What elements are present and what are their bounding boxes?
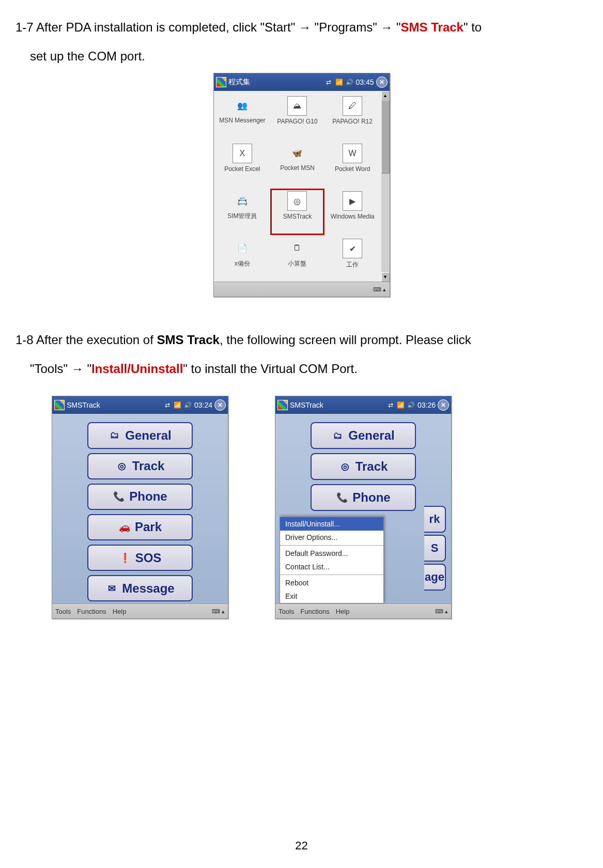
text: "Programs" xyxy=(315,20,381,34)
scrollbar[interactable]: ▲ ▼ xyxy=(381,91,390,282)
button-label: Track xyxy=(355,459,388,474)
footer-tools[interactable]: Tools xyxy=(279,608,294,615)
app-icon: X xyxy=(233,144,252,163)
app-icon: 🗒 xyxy=(288,239,306,257)
start-flag-icon[interactable] xyxy=(54,400,65,410)
button-label: SOS xyxy=(135,551,162,565)
signal-icon: 📶 xyxy=(174,401,182,409)
highlight-text: SMS Track xyxy=(401,20,463,34)
app--[interactable]: 🗒小算盤 xyxy=(270,236,325,282)
app-label: x備份 xyxy=(235,259,250,268)
close-button[interactable]: ✕ xyxy=(438,399,449,411)
app--[interactable]: ✔工作 xyxy=(325,236,380,282)
menu-item-driver-options[interactable]: Driver Options... xyxy=(280,531,383,544)
smstrack-tools-menu-screenshot: SMSTrack ⇄ 📶 🔊 03:26 ✕ 🗂General◎Track📞Ph… xyxy=(275,396,452,619)
close-button[interactable]: ✕ xyxy=(214,399,226,411)
volume-icon[interactable]: 🔊 xyxy=(407,401,415,409)
pda-titlebar: 程式集 ⇄ 📶 🔊 03:45 ✕ xyxy=(214,73,390,91)
menu-item-install-uninstall[interactable]: Install/Uninstall... xyxy=(280,517,383,531)
page-number: 22 xyxy=(0,839,603,853)
button-label: Phone xyxy=(352,490,390,505)
app-pocket-msn[interactable]: 🦋Pocket MSN xyxy=(270,141,325,188)
window-title: SMSTrack xyxy=(290,401,323,409)
sos-button[interactable]: ❗SOS xyxy=(87,545,193,571)
keyboard-icon[interactable]: ⌨ ▴ xyxy=(212,608,225,615)
phone-button[interactable]: 📞Phone xyxy=(87,484,193,510)
app-windows-media[interactable]: ▶Windows Media xyxy=(325,188,380,236)
partial-button[interactable]: rk xyxy=(424,506,446,533)
menu-item-exit[interactable]: Exit xyxy=(280,590,383,603)
connectivity-icon[interactable]: ⇄ xyxy=(324,78,333,86)
scroll-track[interactable] xyxy=(381,100,390,272)
menu-item-contact-list[interactable]: Contact List... xyxy=(280,560,383,574)
app-icon: ✔ xyxy=(343,239,362,258)
track-button[interactable]: ◎Track xyxy=(311,453,416,480)
pda-body: 👥MSN Messenger⛰PAPAGO! G10🖊PAPAGO! R12XP… xyxy=(214,91,390,282)
app-icon: 📄 xyxy=(233,239,252,257)
volume-icon[interactable]: 🔊 xyxy=(345,78,353,86)
footer-help[interactable]: Help xyxy=(336,608,350,615)
button-label: Park xyxy=(135,520,162,534)
park-button[interactable]: 🚗Park xyxy=(87,514,193,540)
general-button[interactable]: 🗂General xyxy=(311,422,416,449)
start-flag-icon[interactable] xyxy=(216,77,226,87)
step-1-8-line2: "Tools" → "Install/Uninstall" to install… xyxy=(16,357,587,381)
footer-tools[interactable]: Tools xyxy=(55,608,71,615)
scroll-down-button[interactable]: ▼ xyxy=(381,272,390,282)
app-label: Windows Media xyxy=(331,213,375,220)
app-papago-r12[interactable]: 🖊PAPAGO! R12 xyxy=(325,93,380,141)
phone-icon: 📞 xyxy=(336,491,348,504)
text: " xyxy=(87,362,91,376)
message-button[interactable]: ✉Message xyxy=(87,575,193,601)
keyboard-icon[interactable]: ⌨ ▴ xyxy=(373,286,386,293)
app-label: SMSTrack xyxy=(283,213,312,220)
text: " to install the Virtual COM Port. xyxy=(183,362,358,376)
pda-body: 🗂General◎Track📞Phone🚗Park❗SOS✉Message xyxy=(52,414,228,603)
menu-item-default-password[interactable]: Default Password... xyxy=(280,547,383,560)
app-label: Pocket Excel xyxy=(224,165,260,173)
programs-area: 👥MSN Messenger⛰PAPAGO! G10🖊PAPAGO! R12XP… xyxy=(214,91,390,282)
scroll-thumb[interactable] xyxy=(381,100,390,174)
pda-titlebar: SMSTrack ⇄ 📶 🔊 03:26 ✕ xyxy=(275,396,451,414)
app-icon: 👥 xyxy=(233,96,252,115)
step-1-8: 1-8 After the execution of SMS Track, th… xyxy=(16,328,587,352)
general-button[interactable]: 🗂General xyxy=(87,422,193,448)
arrow-icon: → xyxy=(299,20,311,34)
app-msn-messenger[interactable]: 👥MSN Messenger xyxy=(215,93,270,141)
signal-icon: 📶 xyxy=(397,401,405,409)
footer-functions[interactable]: Functions xyxy=(300,608,329,615)
menu-item-reboot[interactable]: Reboot xyxy=(280,576,383,590)
menu-divider xyxy=(280,545,383,546)
volume-icon[interactable]: 🔊 xyxy=(184,401,192,409)
app-x-[interactable]: 📄x備份 xyxy=(215,236,270,282)
scroll-up-button[interactable]: ▲ xyxy=(381,91,390,100)
general-icon: 🗂 xyxy=(332,429,344,442)
close-button[interactable]: ✕ xyxy=(376,76,388,88)
footer-help[interactable]: Help xyxy=(113,608,127,615)
connectivity-icon[interactable]: ⇄ xyxy=(163,401,172,409)
app-sim-[interactable]: 📇SIM管理員 xyxy=(215,188,270,236)
app-pocket-excel[interactable]: XPocket Excel xyxy=(215,141,270,188)
text: "Tools" xyxy=(30,362,71,376)
button-label: Track xyxy=(132,459,165,473)
partial-button[interactable]: S xyxy=(424,535,446,562)
app-smstrack[interactable]: ◎SMSTrack xyxy=(270,188,325,236)
app-label: Pocket Word xyxy=(335,165,370,173)
app-label: PAPAGO! R12 xyxy=(332,118,373,125)
app-icon: 🖊 xyxy=(343,96,362,116)
footer-functions[interactable]: Functions xyxy=(77,608,106,615)
programs-screenshot: 程式集 ⇄ 📶 🔊 03:45 ✕ 👥MSN Messenger⛰PAPAGO!… xyxy=(213,73,390,297)
app-icon: W xyxy=(343,144,362,163)
app-papago-g10[interactable]: ⛰PAPAGO! G10 xyxy=(270,93,325,141)
start-flag-icon[interactable] xyxy=(277,400,288,410)
arrow-icon: → xyxy=(71,362,84,376)
phone-button[interactable]: 📞Phone xyxy=(311,484,416,511)
keyboard-icon[interactable]: ⌨ ▴ xyxy=(435,608,448,615)
connectivity-icon[interactable]: ⇄ xyxy=(386,401,395,409)
arrow-icon: → xyxy=(380,20,393,34)
app-pocket-word[interactable]: WPocket Word xyxy=(325,141,380,188)
step-1-7: 1-7 After PDA installation is completed,… xyxy=(16,16,587,39)
highlight-text: Install/Uninstall xyxy=(91,362,183,376)
track-button[interactable]: ◎Track xyxy=(87,453,193,479)
partial-button[interactable]: age xyxy=(424,564,446,591)
